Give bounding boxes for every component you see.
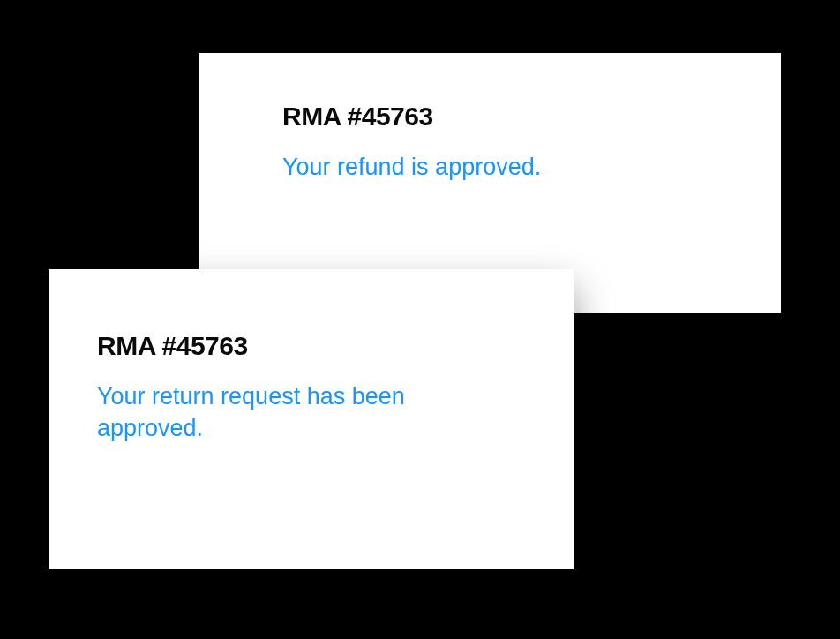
rma-card-return: RMA #45763 Your return request has been … — [49, 269, 574, 569]
rma-number-title: RMA #45763 — [282, 101, 728, 132]
rma-number-title: RMA #45763 — [97, 331, 521, 361]
rma-status-text: Your refund is approved. — [282, 151, 679, 183]
rma-status-text: Your return request has been approved. — [97, 380, 494, 445]
